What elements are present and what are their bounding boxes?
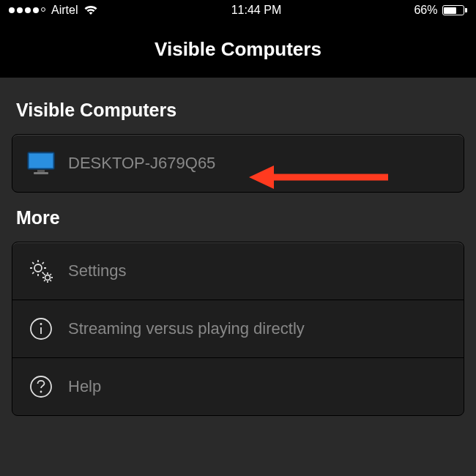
- svg-point-10: [40, 391, 42, 393]
- status-right: 66%: [414, 4, 467, 17]
- streaming-info-row[interactable]: Streaming versus playing directly: [12, 300, 464, 357]
- visible-computers-list: DESKTOP-J679Q65: [12, 134, 464, 193]
- gear-icon: [27, 257, 55, 285]
- section-header-visible: Visible Computers: [0, 85, 476, 134]
- svg-point-4: [34, 264, 42, 272]
- battery-percent-label: 66%: [414, 4, 437, 17]
- computer-row[interactable]: DESKTOP-J679Q65: [12, 135, 464, 192]
- svg-point-7: [40, 323, 42, 325]
- settings-label: Settings: [68, 261, 127, 280]
- content: Visible Computers DESKTOP-J679Q65 More: [0, 78, 476, 416]
- status-left: Airtel: [9, 4, 98, 17]
- svg-rect-2: [37, 170, 45, 172]
- nav-bar: Visible Computers: [0, 21, 476, 78]
- settings-row[interactable]: Settings: [12, 242, 464, 300]
- more-list: Settings Streaming versus playing direct…: [12, 242, 464, 416]
- signal-strength-icon: [9, 7, 45, 13]
- battery-icon: [442, 5, 468, 15]
- svg-point-5: [45, 275, 51, 280]
- nav-title: Visible Computers: [155, 38, 321, 61]
- help-label: Help: [68, 377, 101, 396]
- wifi-icon: [83, 5, 98, 15]
- monitor-icon: [27, 149, 55, 177]
- status-bar: Airtel 11:44 PM 66%: [0, 0, 476, 21]
- question-icon: [27, 373, 55, 401]
- computer-name-label: DESKTOP-J679Q65: [68, 154, 215, 173]
- svg-rect-3: [34, 172, 48, 174]
- help-row[interactable]: Help: [12, 357, 464, 415]
- svg-rect-1: [29, 154, 53, 168]
- section-header-more: More: [0, 193, 476, 242]
- info-icon: [27, 315, 55, 343]
- carrier-label: Airtel: [51, 4, 78, 17]
- streaming-info-label: Streaming versus playing directly: [68, 319, 305, 338]
- status-time: 11:44 PM: [231, 4, 281, 17]
